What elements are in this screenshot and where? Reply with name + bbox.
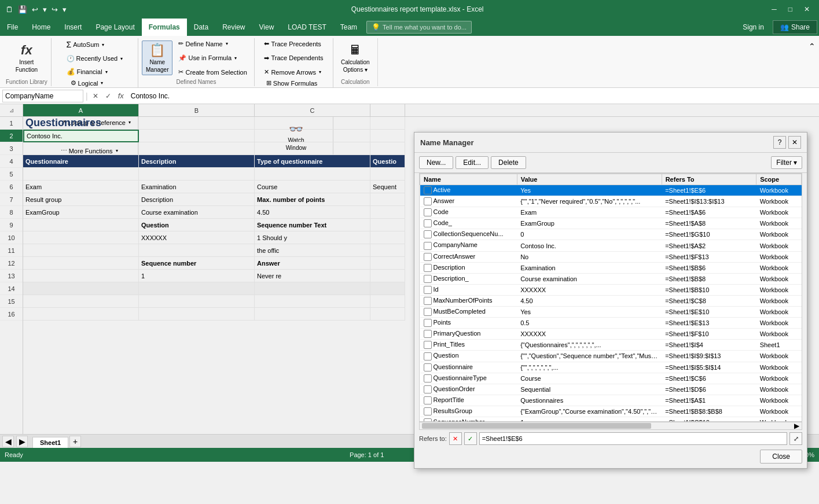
cell-a3[interactable] [23, 142, 139, 155]
cell-a8[interactable]: ExamGroup [23, 206, 139, 219]
row-num-14[interactable]: 14 [0, 282, 23, 295]
cell-d9[interactable] [370, 219, 405, 231]
sheet-tab-sheet1[interactable]: Sheet1 [32, 437, 68, 448]
cell-b2[interactable] [139, 130, 255, 142]
calculation-options-button[interactable]: 🖩 Calculation Options ▾ [337, 41, 373, 75]
select-all-icon[interactable]: ⊿ [9, 107, 14, 113]
recently-used-dropdown-icon[interactable]: ▾ [120, 56, 123, 61]
h-scroll-right-btn[interactable]: ▶ [792, 422, 802, 430]
dialog-help-button[interactable]: ? [773, 136, 786, 149]
cancel-formula-icon[interactable]: ✕ [90, 91, 101, 101]
trace-precedents-button[interactable]: ⬅ Trace Precedents [260, 38, 324, 49]
cell-a4-header[interactable]: Questionnaire [23, 155, 139, 168]
cell-d16[interactable] [370, 308, 405, 321]
table-row[interactable]: Question {"","Question","Sequence number… [420, 351, 802, 362]
ribbon-collapse-button[interactable]: ⌃ [807, 41, 817, 52]
filter-button[interactable]: Filter ▾ [771, 156, 802, 169]
confirm-formula-icon[interactable]: ✓ [103, 91, 113, 101]
row-num-3[interactable]: 3 [0, 142, 23, 155]
cell-a16[interactable] [23, 308, 139, 321]
cell-a11[interactable] [23, 244, 139, 257]
cell-b9[interactable]: Question [139, 219, 255, 231]
cell-a6[interactable]: Exam [23, 181, 139, 193]
table-row[interactable]: MustBeCompleted Yes =Sheet1!$E$10 Workbo… [420, 307, 802, 318]
cell-b3[interactable] [139, 142, 255, 155]
col-header-d[interactable] [370, 104, 405, 116]
cell-b8[interactable]: Course examination [139, 206, 255, 219]
cell-b16[interactable] [139, 308, 255, 321]
cell-d1[interactable] [370, 117, 405, 130]
cell-c9[interactable]: Sequence number Text [255, 219, 370, 231]
cell-c11[interactable]: the offic [255, 244, 370, 257]
cell-c14[interactable] [255, 282, 370, 295]
cell-b1[interactable] [139, 117, 255, 130]
cell-a5[interactable] [23, 168, 139, 181]
table-row[interactable]: CompanyName Contoso Inc. =Sheet1!$A$2 Wo… [420, 240, 802, 251]
table-row[interactable]: ReportTitle Questionnaires =Sheet1!$A$1 … [420, 395, 802, 406]
menu-review[interactable]: Review [215, 19, 252, 36]
row-num-11[interactable]: 11 [0, 244, 23, 257]
cell-c2[interactable] [255, 130, 370, 142]
row-num-5[interactable]: 5 [0, 168, 23, 181]
table-row[interactable]: MaxNumberOfPoints 4.50 =Sheet1!$C$8 Work… [420, 295, 802, 306]
row-num-1[interactable]: 1 [0, 117, 23, 130]
cell-d15[interactable] [370, 295, 405, 308]
table-row[interactable]: Code_ ExamGroup =Sheet1!$A$8 Workbook [420, 218, 802, 229]
col-header-refers-to[interactable]: Refers To [662, 174, 756, 185]
sign-in-button[interactable]: Sign in [736, 19, 771, 36]
row-num-15[interactable]: 15 [0, 295, 23, 308]
name-manager-table-container[interactable]: Name Value Refers To Scope Active Yes =S… [419, 173, 802, 422]
cell-b4-header[interactable]: Description [139, 155, 255, 168]
show-formulas-button[interactable]: ⊞ Show Formulas [263, 78, 321, 89]
scroll-right-button[interactable]: ▶ [16, 436, 28, 447]
col-header-value[interactable]: Value [517, 174, 662, 185]
remove-arrows-button[interactable]: ✕ Remove Arrows ▾ [260, 67, 325, 78]
share-button[interactable]: 👥 Share [773, 20, 817, 34]
table-row[interactable]: Id XXXXXX =Sheet1!$B$10 Workbook [420, 284, 802, 295]
formula-input[interactable] [128, 91, 817, 101]
cell-d11[interactable] [370, 244, 405, 257]
cell-d10[interactable] [370, 231, 405, 244]
row-num-12[interactable]: 12 [0, 257, 23, 270]
define-name-button[interactable]: ✏ Define Name ▾ [175, 38, 231, 49]
new-sheet-button[interactable]: ◀ [2, 436, 14, 447]
col-header-b[interactable]: B [139, 104, 255, 116]
cell-a13[interactable] [23, 270, 139, 282]
table-row[interactable]: QuestionnaireType Course =Sheet1!$C$6 Wo… [420, 373, 802, 384]
refers-error-icon[interactable]: ✕ [449, 432, 462, 445]
remove-arrows-dropdown-icon[interactable]: ▾ [319, 69, 321, 75]
create-from-selection-button[interactable]: ✂ Create from Selection [175, 67, 250, 78]
cell-d8[interactable] [370, 206, 405, 219]
cell-a12[interactable] [23, 257, 139, 270]
table-row[interactable]: Description Examination =Sheet1!$B$6 Wor… [420, 262, 802, 273]
autosum-dropdown-icon[interactable]: ▾ [102, 42, 104, 47]
table-row[interactable]: CorrectAnswer No =Sheet1!$F$13 Workbook [420, 251, 802, 262]
cell-c4-header[interactable]: Type of questionnaire [255, 155, 370, 168]
menu-insert[interactable]: Insert [57, 19, 89, 36]
cell-a1[interactable]: Questionnaires [23, 117, 139, 130]
col-header-c[interactable]: C [255, 104, 370, 116]
logical-dropdown-icon[interactable]: ▾ [101, 80, 103, 86]
menu-data[interactable]: Data [187, 19, 215, 36]
cell-c5[interactable] [255, 168, 370, 181]
cell-d12[interactable] [370, 257, 405, 270]
use-in-formula-button[interactable]: 📌 Use in Formula ▾ [175, 53, 240, 64]
cell-d14[interactable] [370, 282, 405, 295]
menu-home[interactable]: Home [25, 19, 57, 36]
cell-b15[interactable] [139, 295, 255, 308]
financial-dropdown-icon[interactable]: ▾ [105, 69, 108, 75]
row-num-16[interactable]: 16 [0, 308, 23, 321]
new-name-button[interactable]: New... [419, 156, 453, 169]
cell-d3[interactable] [370, 142, 405, 155]
cell-d13[interactable] [370, 270, 405, 282]
menu-file[interactable]: File [0, 19, 25, 36]
cell-c13[interactable]: Never re [255, 270, 370, 282]
table-row[interactable]: CollectionSequenceNu... 0 =Sheet1!$G$10 … [420, 229, 802, 240]
cell-c10[interactable]: 1 Should y [255, 231, 370, 244]
cell-d7[interactable] [370, 193, 405, 206]
menu-formulas[interactable]: Formulas [142, 19, 187, 36]
minimize-button[interactable]: ─ [767, 3, 781, 16]
save-icon[interactable]: 💾 [17, 4, 28, 15]
cell-c15[interactable] [255, 295, 370, 308]
recently-used-button[interactable]: 🕐 Recently Used ▾ [63, 53, 127, 64]
